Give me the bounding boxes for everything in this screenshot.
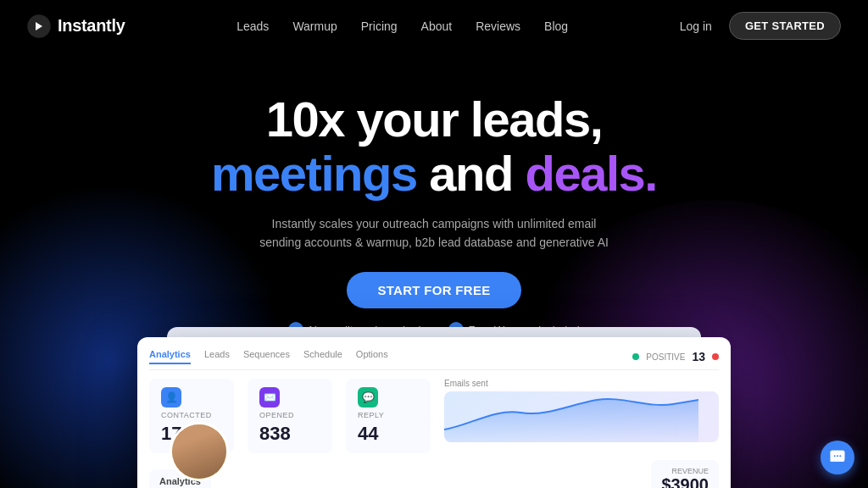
revenue-section: REVENUE $3900 [651,460,719,488]
contacted-label: CONTACTED [161,411,222,419]
opened-label: OPENED [259,411,320,419]
person-face [172,424,226,479]
status-dot-red [712,353,719,360]
hero-deals: deals. [526,146,657,201]
tab-analytics[interactable]: Analytics [149,349,191,364]
nav-link-pricing[interactable]: Pricing [361,19,398,33]
chat-icon [829,449,846,466]
replied-label: REPLY [358,411,419,419]
positive-value: 13 [692,350,705,363]
svg-point-3 [837,455,838,457]
logo-text: Instantly [58,16,125,36]
hero-title-line1: 10x your leads, [0,92,868,147]
status-dot-green [632,353,639,360]
tab-options[interactable]: Options [356,349,388,364]
positive-label: POSITIVE [646,352,685,362]
replied-value: 44 [358,423,419,445]
hero-connector: and [417,146,526,201]
logo-icon [27,14,51,38]
login-link[interactable]: Log in [680,19,712,33]
chart-area [444,391,719,442]
chat-bubble-button[interactable] [821,441,854,474]
chart-wave-svg [444,391,698,442]
metric-opened: ✉️ OPENED 838 [248,379,332,453]
emails-sent-label: Emails sent [444,379,719,388]
revenue-value: $3900 [661,475,709,488]
tab-schedule[interactable]: Schedule [303,349,342,364]
metric-replied: 💬 REPLY 44 [346,379,431,453]
svg-point-4 [839,455,841,457]
nav-link-about[interactable]: About [421,19,453,33]
dashboard-metrics: 👤 CONTACTED 1770 ✉️ OPENED 838 💬 REPLY 4… [149,379,719,453]
nav-link-reviews[interactable]: Reviews [476,19,520,33]
navbar: Instantly Leads Warmup Pricing About Rev… [0,0,868,52]
nav-right: Log in GET STARTED [680,12,841,40]
hero-meetings: meetings [211,146,417,201]
logo[interactable]: Instantly [27,14,125,38]
svg-point-2 [834,455,836,457]
replied-icon: 💬 [358,387,378,408]
dashboard-tabs: Analytics Leads Sequences Schedule Optio… [149,349,719,370]
contacted-icon: 👤 [161,387,181,408]
hero-title-line2: meetings and deals. [0,147,868,201]
nav-link-leads[interactable]: Leads [236,19,269,33]
person-avatar [170,422,229,481]
opened-icon: ✉️ [259,387,280,408]
tab-sequences[interactable]: Sequences [243,349,290,364]
emails-chart: Emails sent [444,379,719,442]
nav-links: Leads Warmup Pricing About Reviews Blog [236,19,568,34]
get-started-button[interactable]: GET STARTED [729,12,841,40]
opened-value: 838 [259,423,320,445]
start-free-button[interactable]: START FOR FREE [347,272,520,308]
revenue-label: REVENUE [661,467,709,475]
nav-link-blog[interactable]: Blog [544,19,568,33]
dashboard-card: Analytics Leads Sequences Schedule Optio… [137,337,731,488]
tab-leads[interactable]: Leads [204,349,230,364]
nav-link-warmup[interactable]: Warmup [292,19,337,33]
dashboard-bottom: Analytics REVENUE $3900 [149,460,719,488]
hero-section: 10x your leads, meetings and deals. Inst… [0,52,868,337]
dashboard-preview: Analytics Leads Sequences Schedule Optio… [137,337,731,488]
hero-description: Instantly scales your outreach campaigns… [256,214,612,252]
